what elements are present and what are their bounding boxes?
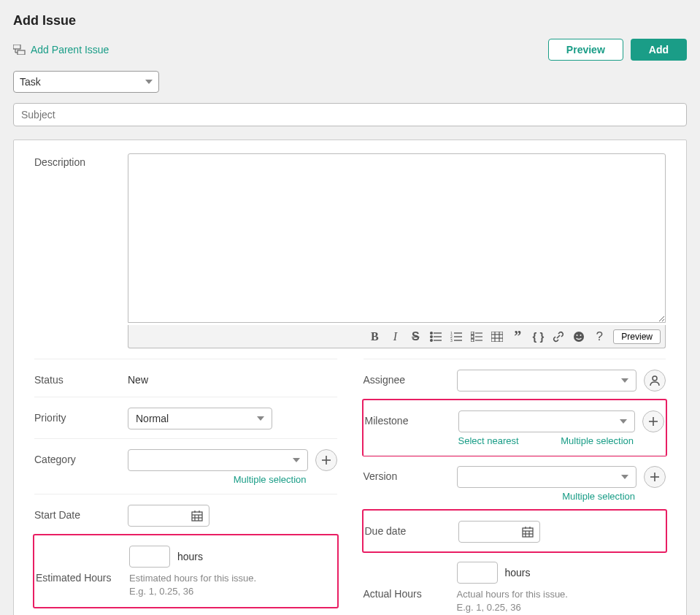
svg-point-4 [431,332,433,334]
emoji-icon[interactable] [572,331,585,343]
est-hours-unit: hours [177,551,203,562]
calendar-icon [191,510,203,522]
italic-icon[interactable]: I [388,330,401,343]
actual-hours-input[interactable] [457,562,498,584]
parent-issue-icon [13,45,26,55]
milestone-highlight: Milestone Select nearest [362,399,668,457]
status-label: Status [34,370,128,386]
quote-icon[interactable]: ” [511,328,524,345]
strikethrough-icon[interactable]: S [409,330,422,343]
help-icon[interactable]: ? [593,329,606,344]
due-date-label: Due date [365,521,458,537]
svg-rect-22 [491,332,503,342]
bold-icon[interactable]: B [368,330,381,343]
add-milestone-button[interactable] [642,410,664,432]
actual-hours-help2: E.g. 1, 0.25, 36 [457,601,666,614]
svg-rect-1 [18,50,25,55]
add-category-button[interactable] [315,449,337,471]
chevron-down-icon [621,378,628,383]
preview-button[interactable]: Preview [548,39,623,61]
assignee-label: Assignee [364,370,457,386]
category-multi-link[interactable]: Multiple selection [234,474,307,485]
chevron-down-icon [621,475,628,479]
description-textarea[interactable] [128,153,666,323]
due-date-input[interactable] [458,521,540,543]
priority-select[interactable]: Normal [128,408,272,429]
svg-point-27 [574,332,584,342]
code-icon[interactable]: { } [531,330,545,343]
assignee-select[interactable] [457,370,637,391]
svg-rect-18 [471,335,474,338]
est-hours-help1: Estimated hours for this issue. [129,572,336,585]
milestone-nearest-link[interactable]: Select nearest [458,435,519,446]
add-button[interactable]: Add [631,39,687,61]
svg-point-29 [580,335,582,336]
svg-rect-32 [192,512,202,521]
estimated-hours-highlight: Estimated Hours hours Estimated hours fo… [33,534,339,608]
actual-hours-label: Actual Hours [364,562,457,600]
checklist-icon[interactable] [470,332,483,342]
description-label: Description [34,153,128,348]
actual-hours-unit: hours [505,567,531,578]
est-hours-label: Estimated Hours [36,546,129,584]
page-title: Add Issue [13,13,687,28]
calendar-icon [522,526,534,538]
version-label: Version [364,466,457,482]
est-hours-input[interactable] [129,546,170,568]
bullet-list-icon[interactable] [429,332,442,342]
main-panel: Description B I S 123 ” { [13,140,687,615]
add-parent-issue-label: Add Parent Issue [31,44,109,56]
editor-toolbar: B I S 123 ” { } [128,325,666,348]
milestone-label: Milestone [365,410,458,427]
due-date-highlight: Due date [362,509,668,553]
svg-point-39 [653,376,657,381]
numbered-list-icon[interactable]: 123 [450,332,463,342]
toolbar-preview-button[interactable]: Preview [613,329,661,344]
svg-rect-44 [523,528,533,537]
svg-text:3: 3 [450,338,453,342]
category-select[interactable] [128,449,308,471]
link-icon[interactable] [552,331,565,343]
chevron-down-icon [293,458,300,462]
add-parent-issue-link[interactable]: Add Parent Issue [13,44,109,56]
table-icon[interactable] [491,332,504,342]
start-date-input[interactable] [128,505,209,527]
est-hours-help2: E.g. 1, 0.25, 36 [129,585,336,598]
chevron-down-icon [145,80,153,84]
category-label: Category [34,449,128,465]
actual-hours-help1: Actual hours for this issue. [457,588,666,601]
svg-point-8 [431,339,433,341]
chevron-down-icon [257,416,264,421]
svg-point-6 [431,335,433,337]
svg-point-28 [577,335,578,336]
subject-input[interactable] [13,103,687,126]
version-multi-link[interactable]: Multiple selection [562,491,635,502]
assign-self-button[interactable] [644,370,666,391]
issue-type-value: Task [20,76,41,88]
svg-rect-16 [471,332,474,335]
svg-rect-0 [13,45,20,49]
milestone-select[interactable] [458,410,636,432]
svg-rect-20 [471,339,474,342]
priority-label: Priority [34,408,128,424]
add-version-button[interactable] [644,466,666,488]
milestone-multi-link[interactable]: Multiple selection [561,435,634,446]
chevron-down-icon [620,419,627,424]
issue-type-select[interactable]: Task [13,71,159,93]
version-select[interactable] [457,466,637,488]
priority-value: Normal [136,413,169,424]
start-date-label: Start Date [34,505,128,521]
status-value: New [128,370,337,386]
